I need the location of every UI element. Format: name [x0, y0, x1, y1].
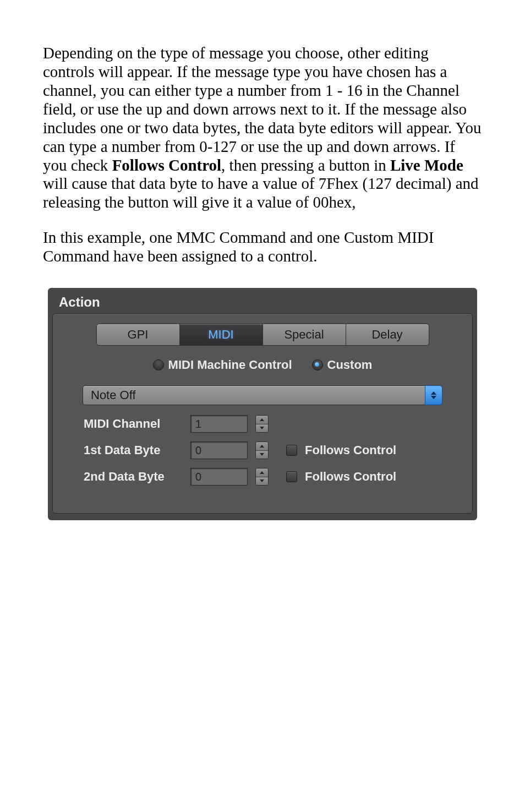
radio-mmc-indicator	[153, 359, 164, 370]
row-data-byte-2: 2nd Data Byte 0 Follows Control	[84, 468, 458, 486]
radio-custom-indicator	[312, 359, 323, 370]
screenshot-container: Action GPI MIDI Special Delay MIDI Machi…	[43, 288, 482, 520]
data1-label: 1st Data Byte	[84, 443, 183, 457]
data1-follows-checkbox[interactable]	[286, 445, 297, 456]
panel-title: Action	[52, 292, 473, 313]
tab-gpi[interactable]: GPI	[96, 324, 180, 346]
radio-mmc[interactable]: MIDI Machine Control	[153, 358, 292, 372]
data2-follows-label: Follows Control	[305, 470, 396, 484]
chevron-up-icon	[260, 418, 264, 421]
tab-midi[interactable]: MIDI	[179, 324, 263, 346]
chevron-up-icon	[260, 471, 264, 474]
message-type-dropdown[interactable]: Note Off	[83, 385, 442, 405]
midi-channel-input[interactable]: 1	[190, 415, 248, 433]
dropdown-arrows-icon	[425, 385, 442, 405]
data1-input[interactable]: 0	[190, 442, 248, 459]
panel-inner: GPI MIDI Special Delay MIDI Machine Cont…	[52, 313, 473, 514]
dropdown-value: Note Off	[83, 385, 425, 405]
radio-mmc-label: MIDI Machine Control	[168, 358, 292, 372]
data1-step-down[interactable]	[256, 451, 268, 459]
data2-label: 2nd Data Byte	[84, 470, 183, 484]
paragraph-1-text-d: will cause that data byte to have a valu…	[43, 175, 479, 211]
radio-custom[interactable]: Custom	[312, 358, 373, 372]
data2-input[interactable]: 0	[190, 468, 248, 486]
midi-channel-step-up[interactable]	[256, 416, 268, 424]
chevron-down-icon	[260, 479, 264, 482]
paragraph-2: In this example, one MMC Command and one…	[43, 228, 482, 266]
paragraph-1-bold-follows-control: Follows Control	[112, 156, 221, 174]
row-midi-channel: MIDI Channel 1	[84, 415, 458, 433]
data2-step-down[interactable]	[256, 477, 268, 486]
data1-follows-label: Follows Control	[305, 443, 396, 457]
radio-custom-label: Custom	[327, 358, 373, 372]
midi-channel-label: MIDI Channel	[84, 417, 183, 431]
chevron-up-icon	[260, 445, 264, 448]
paragraph-1-text-c: , then pressing a button in	[221, 156, 390, 174]
paragraph-1-text-a: Depending on the type of message you cho…	[43, 44, 482, 174]
chevron-down-icon	[260, 427, 264, 429]
paragraph-1-bold-live-mode: Live Mode	[390, 156, 463, 174]
data2-follows-checkbox[interactable]	[286, 471, 297, 482]
data2-stepper[interactable]	[255, 468, 269, 486]
tab-delay[interactable]: Delay	[346, 324, 429, 346]
row-data-byte-1: 1st Data Byte 0 Follows Control	[84, 442, 458, 459]
form-rows: MIDI Channel 1 1st Data Byte 0	[84, 415, 458, 486]
midi-channel-step-down[interactable]	[256, 424, 268, 433]
midi-channel-stepper[interactable]	[255, 415, 269, 433]
tab-special[interactable]: Special	[262, 324, 346, 346]
document-page: Depending on the type of message you cho…	[0, 0, 525, 520]
chevron-down-icon	[260, 453, 264, 456]
data1-stepper[interactable]	[255, 442, 269, 459]
action-panel: Action GPI MIDI Special Delay MIDI Machi…	[48, 288, 477, 520]
data2-step-up[interactable]	[256, 468, 268, 477]
data1-step-up[interactable]	[256, 442, 268, 451]
paragraph-1: Depending on the type of message you cho…	[43, 44, 482, 212]
tab-bar: GPI MIDI Special Delay	[67, 324, 458, 346]
radio-group: MIDI Machine Control Custom	[67, 358, 458, 372]
